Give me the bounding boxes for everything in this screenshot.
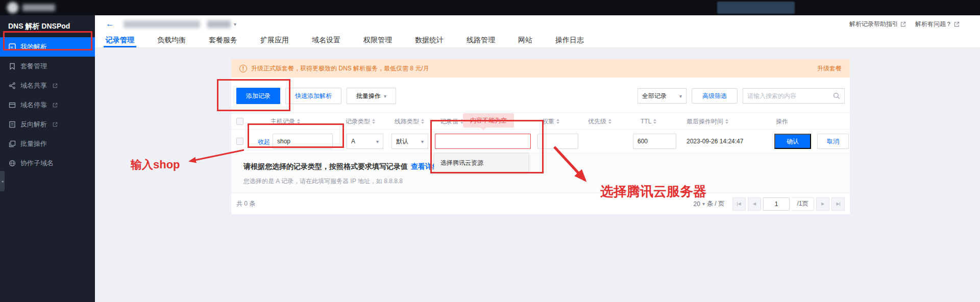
tip-detail: 您选择的是 A 记录，请在此填写服务器 IP 地址，如 8.8.8.8 bbox=[243, 177, 850, 186]
chevron-down-icon: ▾ bbox=[384, 93, 386, 99]
last-page-button[interactable]: ▶ bbox=[831, 197, 845, 211]
row-checkbox[interactable] bbox=[236, 138, 243, 145]
sort-icon[interactable] bbox=[725, 119, 728, 124]
svg-text:w.: w. bbox=[10, 45, 14, 49]
tab-permission[interactable]: 权限管理 bbox=[363, 33, 392, 47]
column-label: 操作 bbox=[776, 117, 788, 126]
share-icon bbox=[9, 82, 16, 89]
first-page-button[interactable]: ◀ bbox=[732, 197, 746, 211]
parking-icon bbox=[9, 102, 16, 109]
search-input[interactable] bbox=[747, 92, 833, 99]
sort-icon[interactable] bbox=[653, 119, 656, 124]
collapse-link[interactable]: 收起 bbox=[258, 138, 270, 146]
cancel-button[interactable]: 取消 bbox=[817, 134, 849, 149]
sidebar-item-my-resolution[interactable]: w. 我的解析 bbox=[0, 37, 95, 57]
column-label: 记录类型 bbox=[346, 117, 370, 126]
record-type-select[interactable]: A ▾ bbox=[347, 134, 383, 149]
tab-plan-service[interactable]: 套餐服务 bbox=[209, 33, 237, 47]
weight-input[interactable] bbox=[537, 134, 578, 149]
column-label: 最后操作时间 bbox=[687, 117, 723, 126]
record-value-input[interactable] bbox=[435, 134, 531, 149]
tab-record-management[interactable]: 记录管理 bbox=[106, 33, 134, 47]
sidebar-item-label: 套餐管理 bbox=[20, 62, 47, 71]
tab-line-management[interactable]: 线路管理 bbox=[467, 33, 495, 47]
tab-extension-app[interactable]: 扩展应用 bbox=[260, 33, 289, 47]
select-all-checkbox[interactable] bbox=[236, 118, 243, 125]
column-host: 主机记录 bbox=[271, 113, 300, 130]
sidebar-collapse-handle[interactable]: ◂ bbox=[0, 171, 5, 191]
column-label: 记录值 bbox=[440, 117, 458, 126]
table-header: 主机记录 记录类型 线路类型 记录值 权重 优先级 TTL 最后操作时间 操作 bbox=[231, 112, 850, 130]
sidebar-title: DNS 解析 DNSPod bbox=[0, 15, 95, 37]
tip-title: 请根据您选择的记录类型，按照格式要求填写记录值 bbox=[243, 162, 408, 171]
column-actions: 操作 bbox=[776, 113, 788, 130]
page-number-input[interactable] bbox=[763, 197, 790, 211]
sidebar-item-package[interactable]: 套餐管理 bbox=[0, 57, 95, 76]
upgrade-plan-link[interactable]: 升级套餐 bbox=[817, 64, 842, 73]
help-question-link[interactable]: 解析有问题？ bbox=[915, 20, 960, 29]
tab-domain-settings[interactable]: 域名设置 bbox=[312, 33, 340, 47]
sidebar: DNS 解析 DNSPod w. 我的解析 套餐管理 域名共享 bbox=[0, 15, 95, 302]
column-type: 记录类型 bbox=[346, 113, 375, 130]
package-icon bbox=[9, 63, 16, 70]
column-label: 权重 bbox=[542, 117, 554, 126]
tab-load-balancing[interactable]: 负载均衡 bbox=[157, 33, 186, 47]
confirm-button[interactable]: 确认 bbox=[774, 134, 811, 149]
external-link-icon bbox=[53, 83, 58, 88]
sort-icon[interactable] bbox=[297, 119, 300, 124]
total-count: 共 0 条 bbox=[236, 199, 255, 208]
back-arrow-icon[interactable]: ← bbox=[106, 19, 114, 29]
record-tips: 请根据您选择的记录类型，按照格式要求填写记录值 查看详细指引 您选择的是 A 记… bbox=[231, 153, 850, 193]
resource-dropdown: 选择腾讯云资源 bbox=[434, 153, 529, 172]
prev-page-button[interactable]: ◀ bbox=[748, 197, 761, 211]
sidebar-item-label: 批量操作 bbox=[20, 139, 47, 148]
search-icon[interactable] bbox=[833, 92, 840, 99]
help-links: 解析记录帮助指引 解析有问题？ bbox=[849, 15, 960, 33]
value-error-tooltip: 内容不能为空 bbox=[463, 113, 514, 128]
tab-website[interactable]: 网站 bbox=[518, 33, 532, 47]
column-label: 线路类型 bbox=[395, 117, 419, 126]
help-guide-link[interactable]: 解析记录帮助指引 bbox=[849, 20, 906, 29]
tab-operation-log[interactable]: 操作日志 bbox=[555, 33, 584, 47]
sidebar-item-domain-share[interactable]: 域名共享 bbox=[0, 76, 95, 95]
column-weight: 权重 bbox=[542, 113, 559, 130]
record-edit-row: 收起 A ▾ 默认 ▾ 2023-09-26 14:24:47 确认 取消 bbox=[231, 130, 850, 153]
redacted-domain-suffix bbox=[207, 20, 231, 28]
chevron-down-icon: ▾ bbox=[421, 139, 424, 144]
redacted-domain-name bbox=[124, 20, 200, 28]
next-page-button[interactable]: ▶ bbox=[816, 197, 829, 211]
sidebar-item-label: 反向解析 bbox=[20, 120, 47, 129]
sort-icon[interactable] bbox=[556, 119, 559, 124]
toolbar: 添加记录 快速添加解析 批量操作 ▾ 全部记录 ▾ 高级筛选 bbox=[236, 88, 845, 104]
host-record-input[interactable] bbox=[273, 134, 333, 149]
sidebar-item-batch-operation[interactable]: 批量操作 bbox=[0, 134, 95, 154]
advanced-filter-button[interactable]: 高级筛选 bbox=[692, 88, 738, 104]
banner-text: 升级正式版套餐，获得更极致的 DNS 解析服务，最低仅需 8 元/月 bbox=[251, 64, 429, 73]
sort-icon[interactable] bbox=[608, 119, 611, 124]
main-area: ← ▾ 解析记录帮助指引 解析有问题？ 记录 bbox=[95, 15, 980, 302]
column-label: 主机记录 bbox=[271, 117, 295, 126]
add-record-button[interactable]: 添加记录 bbox=[236, 88, 280, 104]
record-card: ! 升级正式版套餐，获得更极致的 DNS 解析服务，最低仅需 8 元/月 升级套… bbox=[231, 59, 850, 214]
page-size-select[interactable]: 20 ▾ 条 / 页 bbox=[694, 199, 724, 208]
batch-operation-button[interactable]: 批量操作 ▾ bbox=[347, 88, 396, 104]
sidebar-item-reverse-resolution[interactable]: 反向解析 bbox=[0, 115, 95, 134]
redacted-topbar-widget bbox=[717, 2, 795, 14]
reverse-resolution-icon bbox=[9, 121, 16, 128]
line-type-value: 默认 bbox=[396, 137, 408, 146]
tencent-cloud-logo bbox=[7, 2, 18, 13]
record-filter-select[interactable]: 全部记录 ▾ bbox=[638, 88, 687, 104]
sidebar-item-collab-subdomain[interactable]: 协作子域名 bbox=[0, 154, 95, 173]
external-link-icon bbox=[954, 21, 960, 27]
help-guide-label: 解析记录帮助指引 bbox=[849, 20, 898, 29]
tab-statistics[interactable]: 数据统计 bbox=[415, 33, 444, 47]
sort-icon[interactable] bbox=[372, 119, 375, 124]
sort-icon[interactable] bbox=[421, 119, 424, 124]
dropdown-item-tencent-resource[interactable]: 选择腾讯云资源 bbox=[434, 159, 483, 167]
line-type-select[interactable]: 默认 ▾ bbox=[391, 134, 428, 149]
chevron-down-icon: ▾ bbox=[376, 139, 379, 144]
quick-add-button[interactable]: 快速添加解析 bbox=[285, 88, 341, 104]
domain-dropdown-caret-icon[interactable]: ▾ bbox=[234, 21, 236, 27]
ttl-input[interactable] bbox=[633, 134, 676, 149]
sidebar-item-domain-parking[interactable]: 域名停靠 bbox=[0, 95, 95, 115]
